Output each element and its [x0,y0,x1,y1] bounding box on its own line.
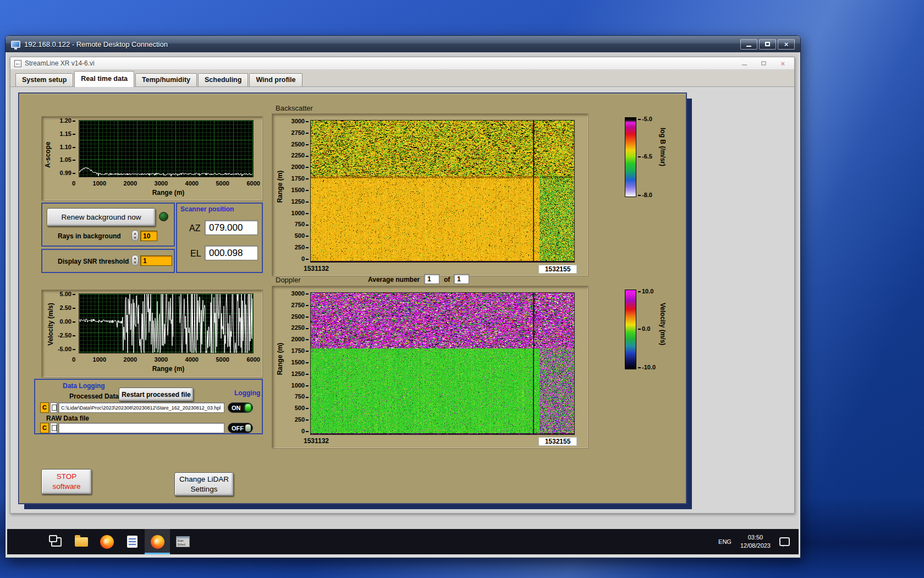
change-lidar-settings-button[interactable]: Change LiDAR Settings [174,472,234,496]
tick-label: 2750 [292,302,309,308]
renew-background-button[interactable]: Renew background now [47,208,156,226]
streamline-titlebar[interactable]: StreamLine XR v14-6.vi × [10,57,794,70]
logging-label: Logging [234,389,260,397]
taskbar-clock[interactable]: 03:50 12/08/2023 [740,533,771,550]
scan-scheduler-icon[interactable]: Scan Sched [170,529,195,554]
backscatter-xstart: 1531132 [294,265,338,272]
rays-value-field[interactable]: 10 [140,231,157,241]
tab-system-setup[interactable]: System setup [15,73,73,86]
raw-data-file-label: RAW Data file [46,415,89,422]
snr-value-field[interactable]: 1 [140,255,172,266]
backscatter-ylabel: Range (m) [276,165,284,209]
velocity-yticks: 5.002.500.00-2.50-5.00 [51,291,75,352]
doppler-ylabel: Range (m) [276,337,284,381]
rdp-window: 192.168.0.122 - Remote Desktop Connectio… [5,35,801,558]
average-total-field[interactable]: 1 [454,274,469,284]
tick-label: 3000 [155,180,168,187]
velocity-xlabel: Range (m) [119,365,218,373]
snr-spinner[interactable]: ▲▼ [131,255,139,266]
tick-label: 6000 [246,180,260,187]
tick-label: 5000 [216,356,229,363]
backscatter-colorbar [625,117,636,197]
tick-label: 1000 [292,382,309,389]
notification-center-icon[interactable] [779,537,790,546]
rays-spinner[interactable]: ▲▼ [131,230,139,241]
el-label: EL [190,249,201,259]
raw-path-field[interactable] [58,423,224,433]
on-led [245,404,251,411]
velocity-xticks: 0100020003000400050006000 [72,356,260,363]
tab-content: A-scope 1.201.151.101.050.99 01000200030… [10,87,794,513]
vi-close-button[interactable]: × [780,59,785,68]
tab-temp-humidity[interactable]: Temp/humidity [135,73,197,86]
tick-label: 2000 [292,163,309,170]
active-browser-icon[interactable] [145,529,170,554]
doppler-cbar-mid: 0.0 [638,325,650,332]
average-number-label: Average number [368,276,420,283]
clock-date: 12/08/2023 [740,542,771,549]
language-indicator[interactable]: ENG [718,538,732,545]
processed-browse-icon[interactable] [50,402,57,413]
rdp-title: 192.168.0.122 - Remote Desktop Connectio… [24,40,168,48]
restart-processed-file-button[interactable]: Restart processed file [119,388,194,401]
vi-maximize-button[interactable] [761,61,766,66]
backscatter-graph: Range (m) 300027502500225020001750150012… [272,113,588,276]
tick-label: 1750 [292,347,309,354]
notes-app-icon[interactable] [119,529,145,554]
average-number-field[interactable]: 1 [424,274,439,284]
raw-browse-icon[interactable] [50,423,57,433]
raw-logging-toggle[interactable]: OFF [228,423,253,433]
doppler-yticks: 3000275025002250200017501500125010007505… [285,290,309,434]
firefox-icon[interactable] [94,529,119,554]
close-button[interactable]: × [778,39,795,50]
tick-label: 5000 [216,180,229,187]
remote-desktop-screen: StreamLine XR v14-6.vi × System setup Re… [7,52,799,554]
doppler-xstart: 1531132 [294,437,338,445]
ascope-plot [79,120,254,177]
clock-time: 03:50 [748,534,763,541]
tick-label: 2250 [292,324,309,331]
doppler-plot [310,292,575,435]
main-panel: A-scope 1.201.151.101.050.99 01000200030… [18,92,687,504]
minimize-button[interactable] [740,39,757,50]
tick-label: 5.00 [60,291,75,297]
tick-label: 1.20 [60,117,75,124]
maximize-button[interactable] [759,39,776,50]
tick-label: 2750 [292,129,309,136]
doppler-cbar-unit: Velocity (m/s) [659,303,667,345]
tick-label: 3000 [292,118,309,124]
ascope-yticks: 1.201.151.101.050.99 [51,117,75,176]
tick-label: 1000 [93,180,106,187]
processed-drive-box[interactable]: C [40,402,49,413]
tick-label: 1500 [292,359,309,366]
el-value-field[interactable]: 000.098 [205,246,258,260]
backscatter-cbar-min: -8.0 [638,192,652,198]
tick-label: 1750 [292,175,309,182]
raw-drive-box[interactable]: C [40,423,49,433]
tick-label: 2500 [292,313,309,320]
tab-wind-profile[interactable]: Wind profile [249,73,302,86]
backscatter-xend: 1532155 [538,265,577,274]
tick-label: 2000 [292,336,309,342]
tick-label: 6000 [246,356,260,363]
rdp-titlebar[interactable]: 192.168.0.122 - Remote Desktop Connectio… [6,36,800,52]
task-view-icon[interactable] [43,529,69,554]
renew-background-group: Renew background now Rays in background … [41,203,175,247]
stop-software-button[interactable]: STOP software [41,469,92,494]
tick-label: 2.50 [60,304,75,311]
doppler-cbar-max: 10.0 [638,288,653,295]
backscatter-cbar-max: -5.0 [638,116,652,122]
tick-label: 0 [301,255,309,262]
tick-label: 4000 [185,356,199,363]
tick-label: 500 [295,405,309,411]
ascope-xticks: 0100020003000400050006000 [72,180,260,187]
az-value-field[interactable]: 079.000 [205,220,258,235]
vi-minimize-button[interactable] [742,62,747,66]
tab-scheduling[interactable]: Scheduling [198,73,248,86]
tick-label: 0 [72,180,75,187]
ascope-xlabel: Range (m) [119,189,218,197]
processed-path-field[interactable]: C:\Lidar\Data\Proc\2023\202308\20230812\… [58,402,224,413]
processed-logging-toggle[interactable]: ON [228,402,253,413]
file-explorer-icon[interactable] [69,529,94,554]
tab-real-time-data[interactable]: Real time data [74,71,134,87]
